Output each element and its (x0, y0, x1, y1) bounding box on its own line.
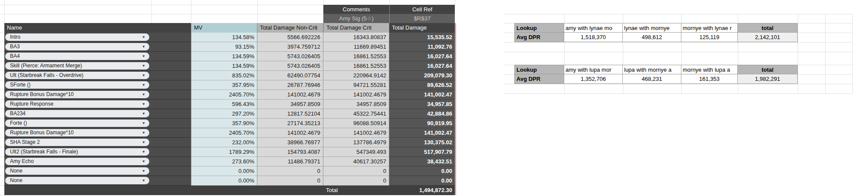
crit-cell[interactable]: 16343.80837 (323, 33, 389, 42)
lookup-header-cell[interactable]: mornye with lupa a (681, 65, 738, 74)
noncrit-cell[interactable]: 0 (257, 176, 323, 186)
avg-dpr-value-cell[interactable]: 1,982,291 (738, 74, 798, 84)
crit-cell[interactable]: 220964.9142 (323, 71, 389, 80)
noncrit-cell[interactable]: 141002.4679 (257, 128, 323, 138)
cellref-header-cell[interactable]: Cell Ref (389, 5, 455, 14)
crit-cell[interactable]: 40617.30257 (323, 157, 389, 166)
lookup-header-cell[interactable]: lynae with mornye (623, 23, 681, 33)
total-damage-cell[interactable]: 16,027.64 (389, 52, 455, 61)
mv-cell[interactable]: 134.59% (191, 52, 257, 61)
avg-dpr-value-cell[interactable]: 1,518,370 (564, 33, 623, 42)
total-damage-cell[interactable]: 517,907.79 (389, 147, 455, 157)
grand-total-cell[interactable]: 1,494,872.30 (389, 186, 455, 195)
noncrit-cell[interactable]: 141002.4679 (257, 90, 323, 100)
total-label-cell[interactable]: Total (323, 186, 389, 195)
name-cell[interactable]: None▼ (4, 176, 191, 186)
mv-cell[interactable]: 357.95% (191, 80, 257, 90)
name-cell[interactable]: BA234▼ (4, 109, 191, 119)
crit-cell[interactable]: 34957.8509 (323, 100, 389, 109)
noncrit-cell[interactable]: 38966.76977 (257, 138, 323, 147)
mv-cell[interactable]: 273.60% (191, 157, 257, 166)
crit-cell[interactable]: 94721.55281 (323, 80, 389, 90)
crit-cell[interactable]: 141002.4679 (323, 128, 389, 138)
noncrit-cell[interactable]: 26787.76946 (257, 80, 323, 90)
noncrit-cell[interactable]: 62490.07754 (257, 71, 323, 80)
name-dropdown[interactable]: Ult (Starbreak Falls - Overdrive)▼ (5, 72, 149, 79)
noncrit-cell[interactable]: 154793.4087 (257, 147, 323, 157)
total-damage-cell[interactable]: 15,535.52 (389, 33, 455, 42)
noncrit-cell[interactable]: 5743.026405 (257, 52, 323, 61)
crit-cell[interactable]: 0 (323, 176, 389, 186)
lookup-label-cell[interactable]: Lookup (514, 23, 564, 33)
avg-dpr-value-cell[interactable]: 125,119 (681, 33, 738, 42)
total-damage-cell[interactable]: 141,002.47 (389, 128, 455, 138)
crit-cell[interactable]: 11669.89451 (323, 42, 389, 52)
mv-cell[interactable]: 835.02% (191, 71, 257, 80)
noncrit-cell[interactable]: 34957.8509 (257, 100, 323, 109)
name-dropdown[interactable]: Rupture Bonus Damage*10▼ (5, 91, 149, 98)
column-header-total-damage[interactable]: Total Damage (389, 23, 455, 33)
mv-cell[interactable]: 357.90% (191, 119, 257, 128)
name-dropdown[interactable]: BA234▼ (5, 110, 149, 117)
lookup-header-cell[interactable]: amy with lynae mo (564, 23, 623, 33)
total-damage-cell[interactable]: 0.00 (389, 166, 455, 176)
lookup-header-cell[interactable]: amy with lupa mor (564, 65, 623, 74)
name-cell[interactable]: BA4▼ (4, 52, 191, 61)
mv-cell[interactable]: 1789.29% (191, 147, 257, 157)
mv-cell[interactable]: 93.15% (191, 42, 257, 52)
name-dropdown[interactable]: BA4▼ (5, 53, 149, 60)
noncrit-cell[interactable]: 3974.759712 (257, 42, 323, 52)
name-dropdown[interactable]: None▼ (5, 177, 149, 184)
avg-dpr-value-cell[interactable]: 161,353 (681, 74, 738, 84)
mv-cell[interactable]: 2405.70% (191, 90, 257, 100)
name-cell[interactable]: Forte ()▼ (4, 119, 191, 128)
comment-value-cell[interactable]: Amy Sig (5☆) (323, 14, 389, 23)
lookup-label-cell[interactable]: Lookup (514, 65, 564, 74)
noncrit-cell[interactable]: 11486.79371 (257, 157, 323, 166)
noncrit-cell[interactable]: 5566.692226 (257, 33, 323, 42)
comments-header-cell[interactable]: Comments (323, 5, 389, 14)
total-row-empty-cell[interactable] (257, 186, 323, 195)
name-dropdown[interactable]: SForte ()▼ (5, 81, 149, 89)
noncrit-cell[interactable]: 27174.35213 (257, 119, 323, 128)
lookup-header-cell[interactable]: mornye with lynae r (681, 23, 738, 33)
avg-dpr-value-cell[interactable]: 1,352,706 (564, 74, 623, 84)
name-dropdown[interactable]: Skill (Pierce: Armament Merge)▼ (5, 62, 149, 70)
mv-cell[interactable]: 0.00% (191, 176, 257, 186)
column-header-mv[interactable]: MV (191, 23, 257, 33)
name-dropdown[interactable]: Rupture Bonus Damage*10▼ (5, 129, 149, 136)
name-cell[interactable]: SHA Stage 2▼ (4, 138, 191, 147)
mv-cell[interactable]: 2405.70% (191, 128, 257, 138)
mv-cell[interactable]: 232.00% (191, 138, 257, 147)
name-dropdown[interactable]: SHA Stage 2▼ (5, 139, 149, 146)
crit-cell[interactable]: 16861.52553 (323, 61, 389, 71)
column-header-crit[interactable]: Total Damage Crit (323, 23, 389, 33)
name-cell[interactable]: Intro▼ (4, 33, 191, 42)
lookup-header-cell[interactable]: lupa with mornye a (623, 65, 681, 74)
avg-dpr-value-cell[interactable]: 2,142,101 (738, 33, 798, 42)
crit-cell[interactable]: 547349.493 (323, 147, 389, 157)
total-damage-cell[interactable]: 11,092.76 (389, 42, 455, 52)
name-cell[interactable]: None▼ (4, 166, 191, 176)
noncrit-cell[interactable]: 5743.026405 (257, 61, 323, 71)
name-dropdown[interactable]: BA3▼ (5, 43, 149, 50)
crit-cell[interactable]: 137786.4979 (323, 138, 389, 147)
name-cell[interactable]: Ult (Starbreak Falls - Overdrive)▼ (4, 71, 191, 80)
mv-cell[interactable]: 297.20% (191, 109, 257, 119)
crit-cell[interactable]: 45322.75441 (323, 109, 389, 119)
mv-cell[interactable]: 134.59% (191, 61, 257, 71)
name-cell[interactable]: BA3▼ (4, 42, 191, 52)
total-damage-cell[interactable]: 38,432.51 (389, 157, 455, 166)
total-damage-cell[interactable]: 130,375.02 (389, 138, 455, 147)
crit-cell[interactable]: 96088.50914 (323, 119, 389, 128)
lookup-header-cell[interactable]: total (738, 23, 798, 33)
column-header-noncrit[interactable]: Total Damage Non-Crit (257, 23, 323, 33)
name-cell[interactable]: Skill (Pierce: Armament Merge)▼ (4, 61, 191, 71)
total-damage-cell[interactable]: 16,027.64 (389, 61, 455, 71)
name-cell[interactable]: Rupture Bonus Damage*10▼ (4, 128, 191, 138)
name-dropdown[interactable]: Intro▼ (5, 33, 149, 41)
total-damage-cell[interactable]: 141,002.47 (389, 90, 455, 100)
name-cell[interactable]: Rupture Bonus Damage*10▼ (4, 90, 191, 100)
name-cell[interactable]: Amy Echo▼ (4, 157, 191, 166)
total-damage-cell[interactable]: 89,626.52 (389, 80, 455, 90)
